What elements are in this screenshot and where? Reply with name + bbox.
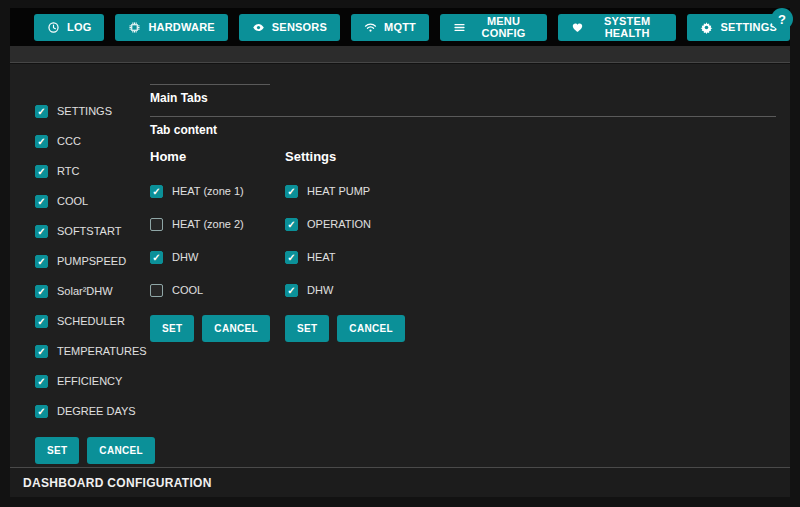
checkbox-icon[interactable] <box>35 405 48 418</box>
top-navbar: LOG HARDWARE SENSORS MQTT MENU CONFIG SY… <box>10 8 790 46</box>
nav-item-label: MQTT <box>384 21 416 33</box>
checkbox-icon[interactable] <box>150 251 163 264</box>
home-option-dhw[interactable]: DHW <box>150 250 275 264</box>
dashboard-section-list: SETTINGS CCC RTC COOL SOFTSTART PUMPSPEE… <box>35 104 145 418</box>
chip-icon <box>128 21 141 34</box>
option-label: COOL <box>172 284 203 296</box>
option-label: DEGREE DAYS <box>57 405 136 417</box>
divider <box>150 84 270 85</box>
nav-item-system-health[interactable]: SYSTEM HEALTH <box>558 14 676 41</box>
heart-icon <box>571 21 584 34</box>
nav-item-label: SETTINGS <box>720 21 777 33</box>
settings-actions: SET CANCEL <box>285 315 410 342</box>
nav-item-label: LOG <box>67 21 91 33</box>
subheader-band <box>10 46 790 63</box>
nav-item-log[interactable]: LOG <box>34 14 104 41</box>
checkbox-icon[interactable] <box>35 255 48 268</box>
settings-option-operation[interactable]: OPERATION <box>285 217 410 231</box>
checkbox-icon[interactable] <box>35 375 48 388</box>
sidebar-item-cool[interactable]: COOL <box>35 194 145 208</box>
sidebar-item-pumpspeed[interactable]: PUMPSPEED <box>35 254 145 268</box>
option-label: DHW <box>307 284 333 296</box>
home-option-heat-zone-2[interactable]: HEAT (zone 2) <box>150 217 275 231</box>
tab-content-heading: Tab content <box>150 123 217 137</box>
checkbox-icon[interactable] <box>35 285 48 298</box>
sidebar-item-efficiency[interactable]: EFFICIENCY <box>35 374 145 388</box>
sidebar-cancel-button[interactable]: CANCEL <box>87 437 154 464</box>
option-label: EFFICIENCY <box>57 375 122 387</box>
sidebar-item-scheduler[interactable]: SCHEDULER <box>35 314 145 328</box>
settings-column-title: Settings <box>285 149 410 164</box>
sidebar-item-ccc[interactable]: CCC <box>35 134 145 148</box>
footer-title: DASHBOARD CONFIGURATION <box>23 476 212 490</box>
option-label: HEAT <box>307 251 336 263</box>
eye-icon <box>252 21 265 34</box>
checkbox-icon[interactable] <box>35 345 48 358</box>
settings-set-button[interactable]: SET <box>285 315 329 342</box>
wifi-icon <box>364 21 377 34</box>
sidebar-actions: SET CANCEL <box>35 437 155 464</box>
nav-item-label: SENSORS <box>272 21 327 33</box>
home-cancel-button[interactable]: CANCEL <box>202 315 269 342</box>
nav-item-label: MENU CONFIG <box>473 15 534 39</box>
settings-option-heat[interactable]: HEAT <box>285 250 410 264</box>
checkbox-icon[interactable] <box>35 225 48 238</box>
sidebar-item-temperatures[interactable]: TEMPERATURES <box>35 344 145 358</box>
help-button[interactable]: ? <box>771 8 793 30</box>
option-label: SOFTSTART <box>57 225 121 237</box>
option-label: RTC <box>57 165 79 177</box>
checkbox-icon[interactable] <box>285 185 298 198</box>
sidebar-item-solar2dhw[interactable]: Solar²DHW <box>35 284 145 298</box>
divider <box>150 116 776 117</box>
home-option-heat-zone-1[interactable]: HEAT (zone 1) <box>150 184 275 198</box>
checkbox-icon[interactable] <box>35 195 48 208</box>
nav-item-label: HARDWARE <box>148 21 214 33</box>
option-label: SCHEDULER <box>57 315 125 327</box>
checkbox-icon[interactable] <box>285 218 298 231</box>
settings-option-heat-pump[interactable]: HEAT PUMP <box>285 184 410 198</box>
sidebar-set-button[interactable]: SET <box>35 437 79 464</box>
home-option-cool[interactable]: COOL <box>150 283 275 297</box>
sidebar-item-settings[interactable]: SETTINGS <box>35 104 145 118</box>
option-label: Solar²DHW <box>57 285 113 297</box>
clock-icon <box>47 21 60 34</box>
nav-item-menu-config[interactable]: MENU CONFIG <box>440 14 547 41</box>
checkbox-icon[interactable] <box>35 135 48 148</box>
option-label: HEAT PUMP <box>307 185 370 197</box>
nav-item-label: SYSTEM HEALTH <box>591 15 663 39</box>
settings-tab-column: Settings HEAT PUMP OPERATION HEAT DHW SE… <box>285 149 410 342</box>
option-label: COOL <box>57 195 88 207</box>
sidebar-item-rtc[interactable]: RTC <box>35 164 145 178</box>
nav-item-hardware[interactable]: HARDWARE <box>115 14 227 41</box>
home-column-title: Home <box>150 149 275 164</box>
option-label: OPERATION <box>307 218 371 230</box>
checkbox-icon[interactable] <box>285 251 298 264</box>
option-label: HEAT (zone 2) <box>172 218 244 230</box>
home-actions: SET CANCEL <box>150 315 275 342</box>
home-tab-column: Home HEAT (zone 1) HEAT (zone 2) DHW COO… <box>150 149 275 342</box>
nav-item-mqtt[interactable]: MQTT <box>351 14 429 41</box>
gear-icon <box>700 21 713 34</box>
option-label: TEMPERATURES <box>57 345 147 357</box>
main-tabs-heading: Main Tabs <box>150 91 208 105</box>
option-label: HEAT (zone 1) <box>172 185 244 197</box>
checkbox-icon[interactable] <box>285 284 298 297</box>
checkbox-icon[interactable] <box>150 218 163 231</box>
settings-cancel-button[interactable]: CANCEL <box>337 315 404 342</box>
main-content: Main Tabs Tab content SETTINGS CCC RTC C… <box>10 64 790 497</box>
option-label: SETTINGS <box>57 105 112 117</box>
home-set-button[interactable]: SET <box>150 315 194 342</box>
checkbox-icon[interactable] <box>150 185 163 198</box>
checkbox-icon[interactable] <box>150 284 163 297</box>
menu-icon <box>453 21 466 34</box>
nav-item-sensors[interactable]: SENSORS <box>239 14 340 41</box>
sidebar-item-degree-days[interactable]: DEGREE DAYS <box>35 404 145 418</box>
checkbox-icon[interactable] <box>35 315 48 328</box>
sidebar-item-softstart[interactable]: SOFTSTART <box>35 224 145 238</box>
checkbox-icon[interactable] <box>35 165 48 178</box>
option-label: CCC <box>57 135 81 147</box>
checkbox-icon[interactable] <box>35 105 48 118</box>
option-label: PUMPSPEED <box>57 255 126 267</box>
footer-bar: DASHBOARD CONFIGURATION <box>10 467 790 497</box>
settings-option-dhw[interactable]: DHW <box>285 283 410 297</box>
